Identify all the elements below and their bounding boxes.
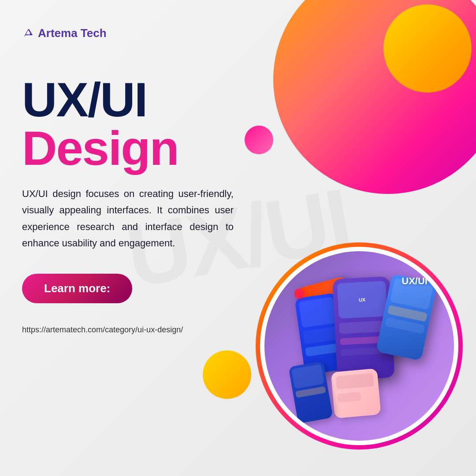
logo-icon	[22, 27, 34, 40]
blob-small-yellow	[383, 4, 472, 93]
circle-white-ring: UX/UI >	[260, 247, 458, 445]
url-text: https://artematech.com/category/ui-ux-de…	[22, 325, 242, 335]
circle-ux-label: UX/UI	[402, 275, 428, 287]
page-wrapper: UX/UI UX/UI >	[0, 0, 476, 476]
learn-more-button[interactable]: Learn more:	[22, 274, 132, 303]
description-text: UX/UI design focuses on creating user-fr…	[22, 186, 234, 252]
logo-text: Artema Tech	[38, 26, 107, 40]
content-area: Artema Tech UX/UI Design UX/UI design fo…	[0, 0, 264, 476]
mockup-card-pink	[331, 368, 381, 419]
title-design: Design	[22, 124, 242, 172]
title-ux-ui: UX/UI	[22, 75, 242, 124]
image-circle-container: UX/UI >	[256, 242, 463, 450]
circle-inner: UX/UI >	[264, 251, 454, 441]
logo-area: Artema Tech	[22, 26, 242, 40]
mockup-dot-red	[294, 289, 304, 298]
